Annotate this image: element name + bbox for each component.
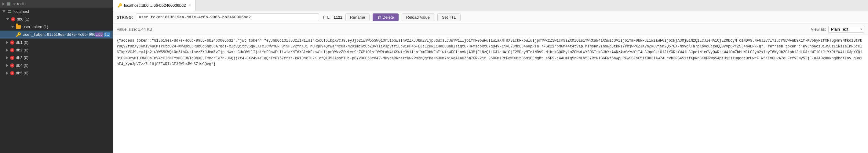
- sidebar-item-db5[interactable]: db5 (0): [0, 69, 113, 77]
- collapse-icon: [6, 56, 8, 59]
- sidebar-item-label: db5 (0): [16, 71, 28, 75]
- key-icon: 🔑: [16, 32, 21, 37]
- db-icon: [10, 48, 14, 52]
- collapse-icon: [2, 2, 5, 5]
- type-label: STRING:: [117, 15, 133, 20]
- delete-label: Delete: [382, 15, 394, 20]
- folder-icon: [16, 25, 21, 29]
- tab-bar: 🔑 localhost::db0:…66-bb2460006bd2 ×: [113, 0, 868, 11]
- sidebar-item-tz-redis[interactable]: tz-redis: [0, 0, 113, 8]
- value-size: Value: size: 1.44 KB: [117, 27, 152, 31]
- value-content: {"access_token":"813619ea-dd7e-4c6b-9966…: [113, 35, 868, 153]
- tab-close-button[interactable]: ×: [189, 3, 191, 8]
- svg-point-7: [10, 12, 11, 13]
- view-as-section: View as: Plain Text JSON Binary Hex Msgp…: [811, 26, 864, 33]
- sidebar-item-db3[interactable]: db3 (0): [0, 54, 113, 61]
- db-icon: [10, 71, 14, 75]
- trash-icon: 🗑: [377, 15, 381, 20]
- sidebar: tz-redis localhost db0 (1) user_token (1…: [0, 0, 113, 153]
- svg-point-6: [10, 10, 11, 11]
- server-icon: [7, 9, 11, 14]
- sidebar-item-label: db0 (1): [17, 17, 29, 21]
- delete-button[interactable]: 🗑 Delete: [373, 14, 399, 21]
- collapse-icon: [6, 64, 8, 67]
- sidebar-item-db0[interactable]: db0 (1): [0, 15, 113, 23]
- view-as-label: View as:: [811, 27, 826, 31]
- sidebar-item-label: db1 (0): [16, 40, 28, 45]
- value-label: Value:: [117, 27, 128, 31]
- main-panel: 🔑 localhost::db0:…66-bb2460006bd2 × STRI…: [113, 0, 868, 153]
- sidebar-item-user-token-key[interactable]: 🔑 user_token:813619ea-dd7e-4c6b-996…bb24…: [0, 31, 113, 39]
- sidebar-item-label: db2 (0): [16, 48, 28, 52]
- sidebar-item-db2[interactable]: db2 (0): [0, 46, 113, 54]
- collapse-icon: [6, 49, 8, 52]
- sidebar-item-label: user_token (1): [23, 24, 48, 29]
- toolbar: STRING: user_token:813619ea-dd7e-4c6b-99…: [113, 11, 868, 24]
- active-tab[interactable]: 🔑 localhost::db0:…66-bb2460006bd2 ×: [113, 0, 195, 11]
- sidebar-item-label: user_token:813619ea-dd7e-4c6b-996…bb2460…: [23, 32, 110, 37]
- db-icon: [10, 41, 14, 45]
- server-icon: [6, 2, 11, 6]
- value-header: Value: size: 1.44 KB View as: Plain Text…: [113, 24, 868, 35]
- key-icon: 🔑: [117, 3, 122, 8]
- svg-point-2: [9, 3, 10, 3]
- sidebar-item-label: db3 (0): [16, 55, 28, 60]
- db-icon: [11, 17, 15, 21]
- sidebar-item-localhost[interactable]: localhost: [0, 8, 113, 15]
- sidebar-item-db1[interactable]: db1 (0): [0, 39, 113, 46]
- value-text: {"access_token":"813619ea-dd7e-4c6b-9966…: [117, 38, 864, 67]
- value-size-text: size: 1.44 KB: [129, 27, 152, 31]
- db-icon: [10, 63, 14, 68]
- expand-icon: [2, 10, 5, 12]
- db-icon: [10, 56, 14, 60]
- sidebar-item-db4[interactable]: db4 (0): [0, 61, 113, 69]
- value-area: Value: size: 1.44 KB View as: Plain Text…: [113, 24, 868, 153]
- sidebar-item-user-token-folder[interactable]: user_token (1): [0, 23, 113, 31]
- key-name-display: user_token:813619ea-dd7e-4c6b-9966-bb246…: [136, 14, 319, 21]
- tab-label: localhost::db0:…66-bb2460006bd2: [124, 3, 186, 8]
- sidebar-item-label: tz-redis: [12, 2, 26, 6]
- ttl-label: TTL:: [322, 15, 331, 20]
- view-as-select-wrapper[interactable]: Plain Text JSON Binary Hex Msgpack Decom…: [828, 26, 864, 33]
- view-as-select[interactable]: Plain Text JSON Binary Hex Msgpack Decom…: [828, 26, 864, 33]
- rename-button[interactable]: Rename: [345, 14, 370, 21]
- expand-icon: [6, 18, 9, 20]
- ttl-value: 1122: [334, 15, 342, 20]
- sidebar-item-label: localhost: [13, 9, 29, 14]
- expand-icon: [11, 26, 14, 28]
- reload-value-button[interactable]: Reload Value: [402, 14, 434, 21]
- set-ttl-button[interactable]: Set TTL: [437, 14, 461, 21]
- collapse-icon: [6, 41, 8, 44]
- collapse-icon: [6, 72, 8, 75]
- sidebar-item-label: db4 (0): [16, 63, 28, 68]
- svg-point-3: [9, 5, 10, 5]
